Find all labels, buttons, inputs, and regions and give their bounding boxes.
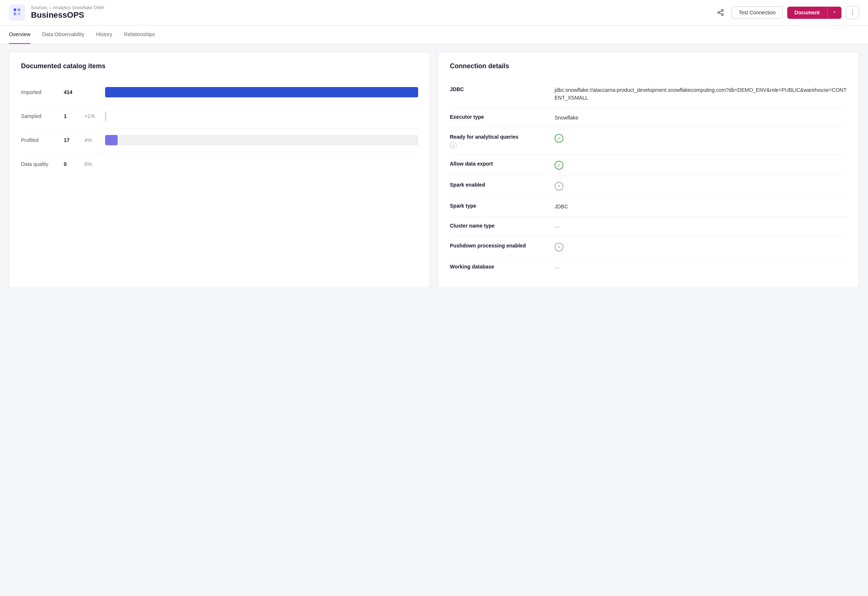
header: Sources › Analytics Snowflake DWH Busine… [0,0,868,25]
conn-value-export: ✓ [555,161,847,170]
test-connection-button[interactable]: Test Connection [732,6,782,19]
catalog-bar-profiled [105,135,418,145]
logo-box [9,4,25,21]
catalog-row-quality: Data quality 0 0% [21,152,418,176]
catalog-label-quality: Data quality [21,161,58,167]
catalog-pct-profiled: 4% [84,137,99,143]
connection-card: Connection details JDBC jdbc:snowflake:/… [438,52,859,288]
header-left: Sources › Analytics Snowflake DWH Busine… [9,4,104,21]
catalog-row-profiled: Profiled 17 4% [21,128,418,152]
tab-history[interactable]: History [96,25,112,44]
connection-title: Connection details [450,62,847,70]
document-dropdown-button[interactable] [827,7,841,19]
tab-overview[interactable]: Overview [9,25,30,44]
breadcrumb-separator: › [49,5,51,10]
conn-row-spark-type: Spark type JDBC [450,197,847,217]
catalog-bar-sampled [105,111,418,121]
conn-value-spark-type: JDBC [555,203,847,211]
catalog-label-imported: Imported [21,89,58,95]
catalog-num-imported: 414 [64,89,78,95]
catalog-num-profiled: 17 [64,137,78,143]
svg-line-8 [719,11,722,12]
document-button[interactable]: Document [787,7,827,19]
conn-row-export: Allow data export ✓ [450,155,847,176]
breadcrumb-title: Sources › Analytics Snowflake DWH Busine… [31,5,104,20]
breadcrumb-sources-link[interactable]: Sources [31,5,47,10]
check-icon-analytical: ✓ [555,134,564,143]
svg-line-7 [719,13,722,14]
breadcrumb: Sources › Analytics Snowflake DWH [31,5,104,10]
conn-row-pushdown: Pushdown processing enabled ✕ [450,237,847,258]
conn-label-cluster: Cluster name type [450,223,546,229]
svg-point-4 [722,10,723,12]
conn-label-pushdown: Pushdown processing enabled [450,243,546,248]
tab-data-observability[interactable]: Data Observability [42,25,84,44]
svg-rect-2 [14,13,16,15]
catalog-title: Documented catalog items [21,62,418,70]
svg-point-5 [718,12,720,14]
logo-icon [13,7,21,18]
conn-value-pushdown: ✕ [555,243,847,251]
catalog-num-sampled: 1 [64,113,78,119]
conn-value-jdbc: jdbc:snowflake://ataccama-product_develo… [555,86,847,102]
page-title: BusinessOPS [31,10,104,20]
conn-label-analytical: Ready for analytical queries i [450,134,546,149]
catalog-bar-imported [105,87,418,98]
tabs-bar: Overview Data Observability History Rela… [0,25,868,44]
check-icon-export: ✓ [555,161,564,170]
svg-rect-1 [18,9,20,11]
catalog-num-quality: 0 [64,161,78,167]
conn-value-working-db: — [555,264,847,271]
conn-row-analytical: Ready for analytical queries i ✓ [450,128,847,155]
header-right: Test Connection Document ⋮ [714,6,859,19]
share-button[interactable] [714,6,727,19]
catalog-row-imported: Imported 414 [21,80,418,104]
conn-row-jdbc: JDBC jdbc:snowflake://ataccama-product_d… [450,80,847,108]
conn-row-spark-enabled: Spark enabled ✕ [450,176,847,197]
conn-label-spark-type: Spark type [450,203,546,209]
conn-label-export: Allow data export [450,161,546,167]
catalog-label-sampled: Sampled [21,113,58,119]
conn-value-cluster: — [555,223,847,231]
conn-row-working-db: Working database — [450,258,847,277]
conn-value-spark-enabled: ✕ [555,182,847,191]
bar-dot-sampled [105,111,106,121]
conn-label-spark-enabled: Spark enabled [450,182,546,188]
conn-label-jdbc: JDBC [450,86,546,92]
conn-value-analytical: ✓ [555,134,847,143]
bar-fill-profiled [105,135,118,145]
svg-rect-0 [14,9,16,11]
catalog-card: Documented catalog items Imported 414 Sa… [9,52,430,288]
cross-icon-pushdown: ✕ [555,243,564,251]
more-options-button[interactable]: ⋮ [846,6,859,19]
cross-icon-spark-enabled: ✕ [555,182,564,191]
svg-rect-3 [18,13,20,15]
document-button-group: Document [787,7,841,19]
main-content: Documented catalog items Imported 414 Sa… [0,44,868,296]
catalog-bar-quality [105,159,418,169]
catalog-pct-quality: 0% [84,161,99,167]
bar-fill-imported [105,87,418,98]
conn-value-executor: Snowflake [555,114,847,122]
conn-row-cluster: Cluster name type — [450,217,847,237]
tab-relationships[interactable]: Relationships [124,25,155,44]
conn-row-executor: Executor type Snowflake [450,108,847,128]
catalog-row-sampled: Sampled 1 <1% [21,104,418,128]
conn-label-working-db: Working database [450,264,546,270]
breadcrumb-current: Analytics Snowflake DWH [53,5,104,10]
catalog-pct-sampled: <1% [84,113,99,119]
info-icon-analytical[interactable]: i [450,142,456,149]
conn-label-executor: Executor type [450,114,546,120]
svg-point-6 [722,14,723,15]
catalog-label-profiled: Profiled [21,137,58,143]
